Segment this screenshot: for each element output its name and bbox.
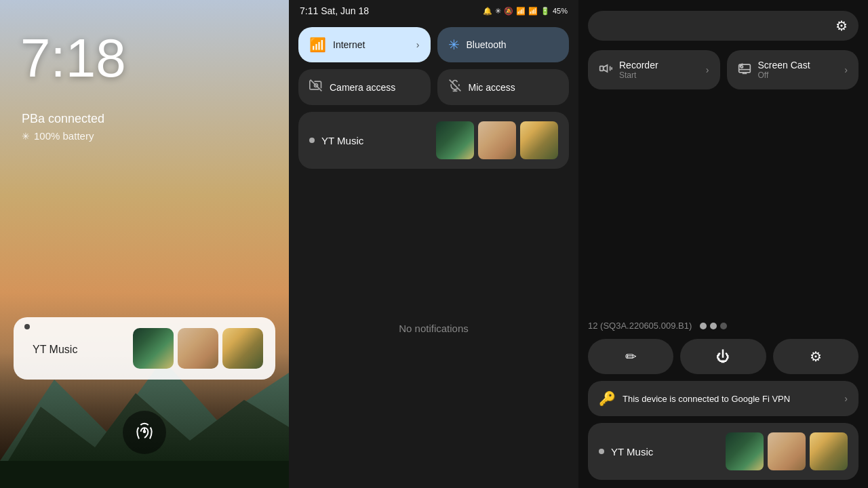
ext-music-widget[interactable]: YT Music bbox=[588, 423, 859, 480]
svg-rect-2 bbox=[0, 461, 289, 488]
recorder-content: Recorder Start bbox=[619, 60, 699, 80]
version-dots bbox=[700, 323, 727, 329]
recorder-tile[interactable]: Recorder Start › bbox=[588, 50, 720, 89]
status-bar: 7:11 Sat, Jun 18 🔔 ✳ 🔕 📶 📶 🔋 45% bbox=[289, 0, 578, 20]
lock-info: PBa connected ✳ 100% battery bbox=[22, 112, 104, 142]
dot-2 bbox=[710, 323, 717, 329]
battery-percent: 45% bbox=[553, 7, 568, 15]
ext-album-1 bbox=[726, 432, 764, 470]
screencast-icon bbox=[738, 62, 751, 79]
edit-icon: ✏ bbox=[625, 348, 637, 365]
power-button[interactable]: ⏻ bbox=[680, 339, 766, 374]
signal-icon: 📶 bbox=[516, 7, 526, 16]
mic-tile-label: Mic access bbox=[469, 82, 559, 93]
ext-album-3 bbox=[810, 432, 848, 470]
qs-album-1 bbox=[436, 121, 474, 159]
recorder-title: Recorder bbox=[619, 60, 699, 70]
ext-album-2 bbox=[768, 432, 806, 470]
lock-device-name: PBa connected bbox=[22, 112, 104, 126]
dot-1 bbox=[700, 323, 707, 329]
qs-music-label: YT Music bbox=[321, 135, 363, 146]
settings-button[interactable]: ⚙ bbox=[773, 339, 859, 374]
screencast-subtitle: Off bbox=[758, 70, 838, 80]
qs-album-list bbox=[436, 121, 558, 159]
qs-album-3 bbox=[520, 121, 558, 159]
settings-icon: ⚙ bbox=[810, 348, 822, 365]
no-notifications-text: No notifications bbox=[399, 323, 469, 334]
recorder-subtitle: Start bbox=[619, 70, 699, 80]
vpn-text: This device is connected to Google Fi VP… bbox=[623, 394, 837, 404]
empty-space bbox=[578, 92, 868, 307]
bluetooth-tile-icon: ✳ bbox=[448, 37, 460, 53]
bluetooth-icon: ✳ bbox=[22, 131, 30, 142]
quick-tiles-grid: 📶 Internet › ✳ Bluetooth Camera access bbox=[289, 20, 578, 112]
lock-battery-info: ✳ 100% battery bbox=[22, 130, 104, 142]
vpn-banner[interactable]: 🔑 This device is connected to Google Fi … bbox=[588, 381, 859, 416]
internet-tile[interactable]: 📶 Internet › bbox=[298, 27, 431, 62]
version-info: 12 (SQ3A.220605.009.B1) bbox=[578, 307, 868, 336]
dnd-icon: 🔔 bbox=[483, 7, 492, 16]
vpn-icon: 🔑 bbox=[599, 390, 616, 407]
version-text: 12 (SQ3A.220605.009.B1) bbox=[588, 321, 692, 331]
qs-album-2 bbox=[478, 121, 516, 159]
camera-tile-label: Camera access bbox=[330, 82, 420, 93]
wifi-icon: 📶 bbox=[528, 7, 538, 16]
internet-tile-label: Internet bbox=[333, 39, 410, 50]
qs-music-widget[interactable]: YT Music bbox=[298, 112, 569, 169]
ext-music-dot bbox=[599, 449, 604, 454]
status-time: 7:11 Sat, Jun 18 bbox=[300, 5, 369, 16]
lock-album-list bbox=[133, 328, 263, 369]
screencast-title: Screen Cast bbox=[758, 60, 838, 70]
svg-point-13 bbox=[741, 65, 743, 67]
action-buttons: ✏ ⏻ ⚙ bbox=[578, 336, 868, 381]
screencast-arrow-icon: › bbox=[844, 64, 848, 75]
fingerprint-button[interactable] bbox=[123, 411, 166, 454]
lock-battery-text: 100% battery bbox=[34, 130, 94, 142]
camera-tile[interactable]: Camera access bbox=[298, 69, 431, 105]
lock-screen-panel: 7:18 PBa connected ✳ 100% battery YT Mus… bbox=[0, 0, 289, 488]
screencast-tile[interactable]: Screen Cast Off › bbox=[727, 50, 859, 89]
screencast-content: Screen Cast Off bbox=[758, 60, 838, 80]
internet-arrow-icon: › bbox=[416, 39, 420, 50]
power-icon: ⏻ bbox=[716, 349, 730, 365]
extended-tiles-grid: Recorder Start › Screen Cast Off bbox=[578, 47, 868, 92]
album-thumb-1 bbox=[133, 328, 174, 369]
lock-music-widget[interactable]: YT Music bbox=[14, 317, 275, 380]
vpn-arrow-icon: › bbox=[844, 393, 848, 404]
status-icons: 🔔 ✳ 🔕 📶 📶 🔋 45% bbox=[483, 7, 568, 16]
edit-button[interactable]: ✏ bbox=[588, 339, 673, 374]
ext-music-label: YT Music bbox=[611, 446, 653, 458]
mic-tile[interactable]: Mic access bbox=[437, 69, 570, 105]
qs-music-dot bbox=[309, 138, 315, 143]
lock-music-label: YT Music bbox=[33, 344, 77, 356]
recorder-icon bbox=[599, 62, 612, 79]
lock-time: 7:18 bbox=[20, 27, 126, 89]
recorder-arrow-icon: › bbox=[706, 64, 709, 75]
extended-panel: ⚙ Recorder Start › bbox=[578, 0, 868, 488]
settings-gear-icon[interactable]: ⚙ bbox=[835, 18, 848, 34]
mute-icon: 🔕 bbox=[504, 7, 513, 16]
mic-tile-icon bbox=[448, 79, 462, 96]
bluetooth-tile[interactable]: ✳ Bluetooth bbox=[437, 27, 570, 62]
camera-tile-icon bbox=[309, 79, 323, 96]
ext-album-list bbox=[726, 432, 848, 470]
quick-settings-panel: 7:11 Sat, Jun 18 🔔 ✳ 🔕 📶 📶 🔋 45% 📶 Inter… bbox=[289, 0, 578, 488]
dot-3 bbox=[720, 323, 727, 329]
album-thumb-3 bbox=[222, 328, 263, 369]
notification-area: No notifications bbox=[289, 169, 578, 488]
wifi-tile-icon: 📶 bbox=[309, 37, 326, 53]
bluetooth-tile-label: Bluetooth bbox=[467, 39, 559, 50]
search-bar[interactable]: ⚙ bbox=[588, 11, 859, 41]
svg-point-3 bbox=[144, 430, 146, 432]
music-dot bbox=[24, 324, 30, 329]
battery-icon: 🔋 bbox=[540, 7, 550, 16]
bt-icon: ✳ bbox=[495, 7, 501, 16]
album-thumb-2 bbox=[178, 328, 218, 369]
